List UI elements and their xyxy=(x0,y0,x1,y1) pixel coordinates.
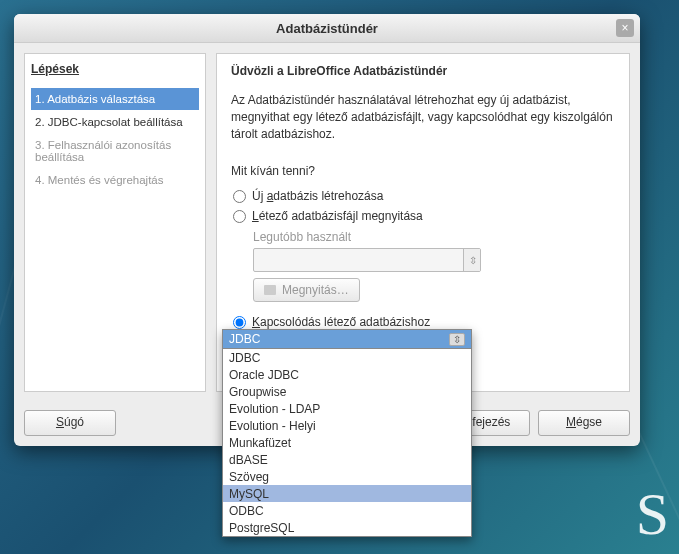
dropdown-option[interactable]: Szöveg xyxy=(223,468,471,485)
radio-new-label: Új adatbázis létrehozása xyxy=(252,189,383,203)
dropdown-option[interactable]: dBASE xyxy=(223,451,471,468)
step-4: 4. Mentés és végrehajtás xyxy=(31,169,199,191)
help-button[interactable]: Súgó xyxy=(24,410,116,436)
sidebar-heading: Lépések xyxy=(31,62,199,76)
dropdown-list[interactable]: JDBCOracle JDBCGroupwiseEvolution - LDAP… xyxy=(223,349,471,536)
dropdown-selected-text: JDBC xyxy=(229,332,260,346)
dropdown-option[interactable]: Evolution - Helyi xyxy=(223,417,471,434)
main-description: Az Adatbázistündér használatával létreho… xyxy=(231,92,615,142)
radio-open-existing[interactable]: Létező adatbázisfájl megnyitása xyxy=(231,206,615,226)
main-heading: Üdvözli a LibreOffice Adatbázistündér xyxy=(231,64,615,78)
step-1[interactable]: 1. Adatbázis választása xyxy=(31,88,199,110)
radio-connect-label: Kapcsolódás létező adatbázishoz xyxy=(252,315,430,329)
close-button[interactable]: × xyxy=(616,19,634,37)
radio-new-input[interactable] xyxy=(233,190,246,203)
titlebar: Adatbázistündér × xyxy=(14,14,640,43)
open-button: Megnyitás… xyxy=(253,278,360,302)
steps-sidebar: Lépések 1. Adatbázis választása 2. JDBC-… xyxy=(24,53,206,392)
dropdown-option[interactable]: PostgreSQL xyxy=(223,519,471,536)
recent-combo xyxy=(253,248,481,272)
step-2[interactable]: 2. JDBC-kapcsolat beállítása xyxy=(31,111,199,133)
radio-open-input[interactable] xyxy=(233,210,246,223)
step-3: 3. Felhasználói azonosítás beállítása xyxy=(31,134,199,168)
window-title: Adatbázistündér xyxy=(276,21,378,36)
dropdown-option[interactable]: Munkafüzet xyxy=(223,434,471,451)
dropdown-selected-field[interactable]: JDBC ⇳ xyxy=(223,330,471,349)
dropdown-option[interactable]: MySQL xyxy=(223,485,471,502)
question-label: Mit kíván tenni? xyxy=(231,164,615,178)
cancel-button[interactable]: Mégse xyxy=(538,410,630,436)
dropdown-option[interactable]: Oracle JDBC xyxy=(223,366,471,383)
dropdown-option[interactable]: ODBC xyxy=(223,502,471,519)
folder-icon xyxy=(264,285,276,295)
db-type-dropdown[interactable]: JDBC ⇳ JDBCOracle JDBCGroupwiseEvolution… xyxy=(222,329,472,537)
dropdown-option[interactable]: Groupwise xyxy=(223,383,471,400)
desktop-corner-letter: S xyxy=(626,475,679,554)
recent-block: Legutóbb használt Megnyitás… xyxy=(253,230,615,302)
dropdown-spinner-icon[interactable]: ⇳ xyxy=(449,333,465,346)
radio-connect-input[interactable] xyxy=(233,316,246,329)
radio-new-database[interactable]: Új adatbázis létrehozása xyxy=(231,186,615,206)
recent-label: Legutóbb használt xyxy=(253,230,615,244)
radio-open-label: Létező adatbázisfájl megnyitása xyxy=(252,209,423,223)
dropdown-option[interactable]: Evolution - LDAP xyxy=(223,400,471,417)
dropdown-option[interactable]: JDBC xyxy=(223,349,471,366)
open-button-label: Megnyitás… xyxy=(282,283,349,297)
